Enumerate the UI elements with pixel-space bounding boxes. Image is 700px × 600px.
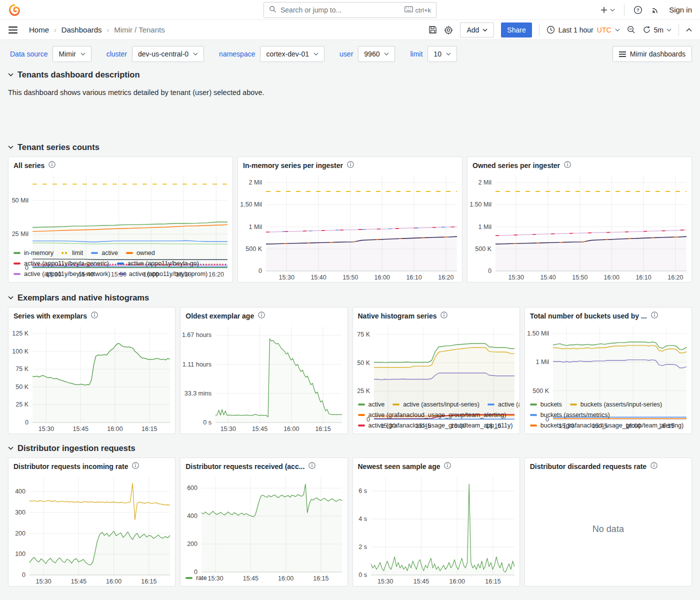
refresh-picker[interactable]: 5m (642, 26, 672, 34)
info-icon[interactable] (651, 312, 658, 320)
panel-header[interactable]: Distributor requests received (acc... (180, 458, 347, 472)
info-icon[interactable] (258, 312, 265, 320)
svg-text:100 K: 100 K (12, 348, 28, 355)
section-description[interactable]: Tenants dashboard description (8, 70, 692, 80)
time-range-picker[interactable]: Last 1 hour UTC (546, 26, 620, 34)
legend-label: active (asserts/metrics) (498, 401, 520, 408)
panel-header[interactable]: Native histogram series (353, 308, 520, 322)
legend-item[interactable]: buckets (asserts/input-series) (570, 401, 662, 408)
section-distributor[interactable]: Distributor ingestion requests (8, 444, 692, 453)
legend-item[interactable]: active (appo11y/beyla-go) (117, 260, 199, 267)
svg-text:2 Mil: 2 Mil (249, 179, 262, 186)
panel-header[interactable]: All series (8, 157, 232, 171)
legend-item[interactable]: active (appo11y/beyla-generic) (14, 260, 109, 267)
legend-color-chip (530, 414, 537, 416)
help-button[interactable]: ? (634, 6, 642, 14)
mega-menu-toggle[interactable] (8, 26, 18, 34)
panel-header[interactable]: Total number of buckets used by ... (525, 308, 692, 322)
info-icon[interactable] (347, 161, 354, 170)
legend-item[interactable]: active (grafanacloud_usage_group/team_ap… (358, 422, 513, 429)
chart-owned-per-ingester[interactable]: 0500 K1 Mil1.50 Mil2 Mil15:3015:4015:501… (468, 171, 690, 282)
grafana-logo[interactable] (8, 4, 21, 16)
filter-user-label[interactable]: user (338, 46, 355, 62)
filter-user-value[interactable]: 9960 (358, 46, 395, 62)
info-icon[interactable] (132, 462, 139, 471)
legend-label: active (102, 250, 118, 256)
chart-newest-sample-age[interactable]: 0 s2 s4 s6 s15:3015:4516:0016:15 (354, 472, 518, 586)
legend-item[interactable]: buckets (530, 401, 562, 408)
new-menu-button[interactable] (600, 6, 615, 14)
legend-item[interactable]: buckets (asserts/metrics) (530, 412, 610, 418)
dashboard-settings-button[interactable] (444, 26, 453, 34)
chart-inmemory-per-ingester[interactable]: 0500 K1 Mil1.50 Mil2 Mil15:3015:4015:501… (239, 171, 461, 282)
save-dashboard-button[interactable] (428, 26, 437, 34)
legend-item[interactable]: active (asserts/input-series) (392, 401, 480, 408)
chart-distributor-incoming-rate[interactable]: 010020030040015:3015:4516:0016:15 (10, 472, 174, 586)
filter-user: user 9960 (338, 46, 395, 62)
panel-header[interactable]: Distributor discarded requests rate (525, 458, 692, 472)
info-icon[interactable] (564, 161, 571, 170)
panel-header[interactable]: In-memory series per ingester (238, 157, 462, 171)
legend-item[interactable]: limit (62, 250, 83, 256)
legend-color-chip (530, 404, 537, 406)
info-icon[interactable] (91, 312, 98, 320)
chart-distributor-discarded-rate[interactable]: No data (526, 472, 690, 586)
info-icon[interactable] (440, 312, 448, 320)
chart-all-series[interactable]: 025 Mil50 Mil15:3015:4015:5016:0016:1016… (10, 171, 232, 248)
legend-label: limit (72, 250, 83, 256)
legend-item[interactable]: rate (186, 574, 207, 582)
sign-in-link[interactable]: Sign in (669, 6, 692, 14)
legend-item[interactable]: active (91, 250, 118, 256)
legend-item[interactable]: active (appo11y/beyla-network) (14, 270, 110, 278)
chart-distributor-received[interactable]: 020040060015:3015:4516:0016:15 (182, 472, 346, 572)
legend-item[interactable]: active (grafanacloud_usage_group/team_al… (358, 412, 506, 418)
panel-header[interactable]: Oldest exemplar age (180, 308, 347, 322)
share-button[interactable]: Share (501, 22, 532, 38)
svg-text:4 s: 4 s (358, 516, 367, 522)
legend-item[interactable]: in-memory (14, 250, 54, 256)
panel-header[interactable]: Owned series per ingester (468, 157, 692, 171)
chart-series-with-exemplars[interactable]: 025 K50 K75 K100 K125 K15:3015:4516:0016… (10, 322, 174, 434)
filter-limit-value[interactable]: 10 (428, 46, 457, 62)
legend-item[interactable]: active (358, 401, 385, 408)
section-exemplars[interactable]: Exemplars and native histograms (8, 293, 692, 302)
add-button[interactable]: Add (460, 22, 494, 38)
chart-total-buckets[interactable]: 0500 K1 Mil1.50 Mil15:3015:4516:0016:15 (526, 322, 690, 399)
svg-text:15:40: 15:40 (310, 274, 326, 281)
info-icon[interactable] (650, 462, 658, 471)
info-icon[interactable] (48, 161, 56, 170)
zoom-out-button[interactable] (627, 26, 636, 34)
filter-datasource-label[interactable]: Data source (8, 46, 50, 62)
mimir-dashboards-button[interactable]: Mimir dashboards (612, 46, 692, 62)
panel-title: Distributor requests received (acc... (186, 462, 304, 470)
search-bar[interactable]: ctrl+k (264, 2, 436, 18)
list-icon (619, 52, 626, 57)
filter-cluster-label[interactable]: cluster (104, 46, 129, 62)
legend-item[interactable]: active (asserts/metrics) (488, 401, 520, 408)
filter-namespace-label[interactable]: namespace (217, 46, 257, 62)
panel-header[interactable]: Series with exemplars (8, 308, 175, 322)
panel-header[interactable]: Distributor requests incoming rate (8, 458, 175, 472)
filter-namespace-value[interactable]: cortex-dev-01 (260, 46, 324, 62)
chart-oldest-exemplar-age[interactable]: 0 s33.3 mins1.11 hours1.67 hours15:3015:… (182, 322, 346, 434)
legend-item[interactable]: owned (126, 250, 155, 256)
search-input[interactable] (280, 6, 400, 14)
shortcut-label: ctrl+k (416, 6, 431, 14)
legend-item[interactable]: buckets (grafanacloud_usage_group/team_a… (530, 422, 684, 429)
filter-cluster-value[interactable]: dev-us-central-0 (132, 46, 204, 62)
info-icon[interactable] (444, 462, 451, 471)
svg-text:16:15: 16:15 (485, 578, 500, 585)
news-rss-icon[interactable] (652, 6, 660, 14)
breadcrumb-dashboards[interactable]: Dashboards (62, 26, 102, 34)
collapse-toolbar-button[interactable] (686, 28, 692, 32)
panel-header[interactable]: Newest seen sample age (353, 458, 520, 472)
legend-item[interactable]: active (appo11y/beyla-prom) (118, 270, 208, 278)
filter-limit-label[interactable]: limit (408, 46, 424, 62)
breadcrumb-home[interactable]: Home (29, 26, 49, 34)
variables-row: Data source Mimir cluster dev-us-central… (8, 40, 692, 62)
filter-datasource-value[interactable]: Mimir (52, 46, 91, 62)
breadcrumb-current: Mimir / Tenants (114, 26, 164, 34)
info-icon[interactable] (308, 462, 316, 471)
chart-native-histogram-series[interactable]: 025 K50 K75 K15:3015:4516:0016:15 (354, 322, 518, 399)
section-series-counts[interactable]: Tenant series counts (8, 142, 692, 152)
